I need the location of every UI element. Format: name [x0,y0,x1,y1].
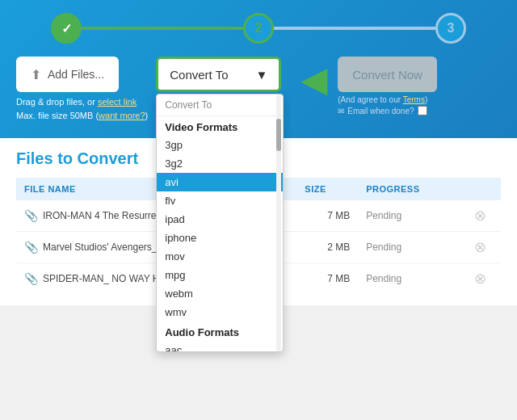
format-ipad[interactable]: ipad [157,210,283,229]
terms-link[interactable]: Terms [403,95,425,104]
terms-text: (And agree to our Terms) [338,95,437,104]
file-icon: 📎 [24,209,38,222]
file-icon: 📎 [24,272,38,285]
email-checkbox[interactable] [418,106,427,116]
format-3g2[interactable]: 3g2 [157,154,283,173]
upload-icon: ⬆ [31,67,41,82]
file-status: Pending [366,210,401,221]
col-header-size: SIZE [296,178,358,200]
format-mpg[interactable]: mpg [157,266,283,284]
email-when-done-row: ✉ Email when done? [338,106,437,116]
arrow-indicator: ◀ [301,61,326,99]
select-link[interactable]: select link [98,97,137,107]
add-files-label: Add Files... [48,68,104,81]
want-more-link[interactable]: want more? [99,111,145,120]
add-files-button[interactable]: ⬆ Add Files... [16,57,119,92]
remove-file-button[interactable]: ⊗ [474,270,486,288]
file-size: 2 MB [296,232,358,263]
format-iphone[interactable]: iphone [157,229,283,247]
file-status: Pending [366,273,401,284]
convert-now-button[interactable]: Convert Now [338,57,437,92]
convert-now-label: Convert Now [352,68,422,82]
chevron-down-icon: ▼ [255,68,267,82]
audio-formats-label: Audio Formats [157,321,283,341]
step-line-2 [274,27,435,30]
col-header-progress: PROGRESS [358,178,460,200]
remove-file-button[interactable]: ⊗ [474,238,486,256]
col-header-remove [460,178,501,200]
format-flv[interactable]: flv [157,191,283,210]
file-size: 7 MB [296,200,358,232]
convert-to-label: Convert To [170,68,228,82]
step-1: ✓ [51,13,82,44]
format-wmv[interactable]: wmv [157,303,283,321]
email-label: Email when done? [347,107,414,116]
step-3: 3 [435,13,466,44]
file-size: 7 MB [296,263,358,295]
dropdown-header: Convert To [157,94,283,116]
file-status: Pending [366,242,401,253]
convert-to-button[interactable]: Convert To ▼ [156,57,281,92]
scrollbar-thumb [276,119,281,151]
format-3gp[interactable]: 3gp [157,136,283,154]
email-icon: ✉ [338,107,344,116]
step-indicator: ✓ 2 3 [16,13,501,44]
drag-drop-text: Drag & drop files, or select link Max. f… [16,95,148,122]
step-2: 2 [243,13,274,44]
convert-to-wrapper: Convert To ▼ Convert To Video Formats 3g… [156,57,281,92]
remove-file-button[interactable]: ⊗ [474,207,486,225]
format-aac[interactable]: aac [157,341,283,352]
format-mov[interactable]: mov [157,247,283,266]
step-line-1 [82,27,243,30]
format-avi[interactable]: avi [157,173,283,191]
format-webm[interactable]: webm [157,284,283,303]
dropdown-scrollbar[interactable] [276,94,281,351]
video-formats-label: Video Formats [157,116,283,136]
file-icon: 📎 [24,241,38,254]
format-dropdown: Convert To Video Formats 3gp 3g2 avi flv… [156,94,284,352]
